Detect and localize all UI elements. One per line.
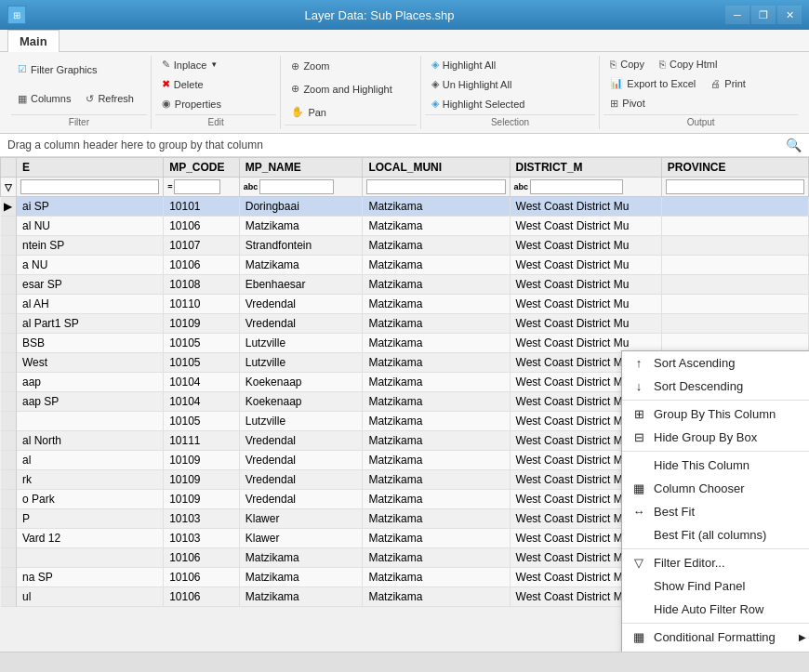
ribbon-group-output: ⎘ Copy ⎘ Copy Html 📊 Export to Excel 🖨 P… [600,56,802,129]
ctx-item-group-col[interactable]: ⊞Group By This Column [622,402,809,426]
cell-mp_name: Vredendal [239,431,363,451]
close-button[interactable]: ✕ [777,6,802,24]
ctx-label-hide-group: Hide Group By Box [654,430,806,444]
cell-name: ai SP [17,197,164,217]
row-indicator [1,470,17,490]
ctx-item-col-chooser[interactable]: ▦Column Chooser [622,477,809,500]
ctx-item-hide-col[interactable]: Hide This Column [622,454,809,477]
minimize-button[interactable]: ─ [725,6,749,24]
ctx-item-filter-editor[interactable]: ▽Filter Editor... [622,551,809,574]
cell-name: esar SP [17,275,164,295]
table-row[interactable]: esar SP10108EbenhaesarMatzikamaWest Coas… [1,275,809,295]
properties-button[interactable]: ◉ Properties [155,95,228,112]
row-indicator [1,587,17,607]
row-indicator [1,431,17,451]
row-indicator [1,373,17,392]
cell-mp_name: Vredendal [239,314,363,334]
row-indicator [1,509,17,529]
cell-mp_name: Klawer [239,509,363,529]
cell-local_muni: Matzikama [363,412,510,431]
col-header-name[interactable]: E [17,158,164,178]
table-row[interactable]: ntein SP10107StrandfonteinMatzikamaWest … [1,236,809,256]
filter-graphics-button[interactable]: ☑ Filter Graphics [11,56,104,84]
col-header-local-muni[interactable]: LOCAL_MUNI [363,158,510,178]
ctx-separator [622,623,809,624]
row-indicator [1,295,17,314]
delete-button[interactable]: ✖ Delete [155,75,210,93]
export-excel-button[interactable]: 📊 Export to Excel [603,74,702,92]
table-row[interactable]: al NU10106MatzikamaMatzikamaWest Coast D… [1,217,809,236]
pan-button[interactable]: ✋ Pan [285,101,333,123]
cell-mp_name: Vredendal [239,451,363,470]
table-row[interactable]: ▶ai SP10101DoringbaaiMatzikamaWest Coast… [1,197,809,217]
col-header-indicator [1,158,17,178]
col-header-district-m[interactable]: DISTRICT_M [510,158,661,178]
table-row[interactable]: al Part1 SP10109VredendalMatzikamaWest C… [1,314,809,334]
copy-html-button[interactable]: ⎘ Copy Html [653,56,723,72]
refresh-button[interactable]: ↺ Refresh [79,86,140,113]
drag-bar-text: Drag a column header here to group by th… [7,138,263,152]
filter-local-muni [363,178,510,197]
filter-local-muni-input[interactable] [366,179,505,194]
highlight-all-button[interactable]: ◈ Highlight All [425,56,502,73]
ctx-item-auto-filter[interactable]: Hide Auto Filter Row [622,598,809,621]
columns-button[interactable]: ▦ Columns [11,86,77,113]
ctx-item-best-fit[interactable]: ↔Best Fit [622,500,809,523]
cell-mp_code: 10105 [164,353,240,373]
row-indicator [1,529,17,548]
ctx-label-group-col: Group By This Column [654,407,806,421]
filter-mp-code: = [164,178,240,197]
cell-mp_name: Vredendal [239,295,363,314]
filter-district-m-input[interactable] [530,179,623,194]
ctx-arrow-cond-format: ▶ [799,632,806,642]
cell-mp_code: 10103 [164,509,240,529]
cell-mp_code: 10107 [164,236,240,256]
cell-name: al [17,451,164,470]
cell-province [661,314,808,334]
tab-main[interactable]: Main [7,30,60,52]
cell-name: aap SP [17,392,164,412]
cell-mp_name: Lutzville [239,353,363,373]
ctx-item-sort-desc[interactable]: ↓Sort Descending [622,375,809,398]
col-header-mp-name[interactable]: MP_NAME [239,158,363,178]
ribbon-group-selection-inner: ◈ Highlight All ◈ Un Highlight All ◈ Hig… [425,56,596,112]
pivot-button[interactable]: ⊞ Pivot [603,95,651,112]
drag-bar: Drag a column header here to group by th… [0,134,809,157]
restore-button[interactable]: ❐ [751,6,776,24]
row-indicator [1,256,17,275]
inplace-button[interactable]: ✎ Inplace ▼ [155,56,224,73]
filter-mp-code-input[interactable] [174,179,220,194]
cell-name: a NU [17,256,164,275]
print-button[interactable]: 🖨 Print [704,74,752,92]
col-header-province[interactable]: PROVINCE [661,158,808,178]
zoom-highlight-button[interactable]: ⊕ Zoom and Highlight [285,79,398,100]
ctx-item-find-panel[interactable]: Show Find Panel [622,574,809,598]
filter-row: ▽ = abc abc [1,178,809,197]
ctx-item-statistics[interactable]: 📊Statistics [622,649,809,652]
copy-button[interactable]: ⎘ Copy [603,56,651,72]
search-icon[interactable]: 🔍 [786,138,802,152]
table-row[interactable]: a NU10106MatzikamaMatzikamaWest Coast Di… [1,256,809,275]
ctx-item-cond-format[interactable]: ▦Conditional Formatting▶ [622,626,809,649]
ctx-label-best-fit: Best Fit [654,505,806,519]
ribbon-group-output-inner: ⎘ Copy ⎘ Copy Html 📊 Export to Excel 🖨 P… [603,56,798,112]
filter-name-input[interactable] [20,179,159,194]
ctx-item-hide-group[interactable]: ⊟Hide Group By Box [622,426,809,449]
cell-mp_code: 10109 [164,451,240,470]
filter-province [661,178,808,197]
cell-mp_code: 10101 [164,197,240,217]
filter-mp-name-input[interactable] [259,179,334,194]
cell-local_muni: Matzikama [363,529,510,548]
zoom-button[interactable]: ⊕ Zoom [285,56,336,77]
ctx-item-best-fit-all[interactable]: Best Fit (all columns) [622,523,809,547]
filter-province-input[interactable] [666,179,804,194]
cell-local_muni: Matzikama [363,295,510,314]
un-highlight-all-button[interactable]: ◈ Un Highlight All [425,75,519,93]
highlight-selected-button[interactable]: ◈ Highlight Selected [425,95,532,112]
table-row[interactable]: al AH10110VredendalMatzikamaWest Coast D… [1,295,809,314]
col-header-mp-code[interactable]: MP_CODE [164,158,240,178]
cell-province [661,236,808,256]
ctx-label-auto-filter: Hide Auto Filter Row [654,602,806,616]
cell-name: West [17,353,164,373]
ctx-item-sort-asc[interactable]: ↑Sort Ascending [622,351,809,375]
